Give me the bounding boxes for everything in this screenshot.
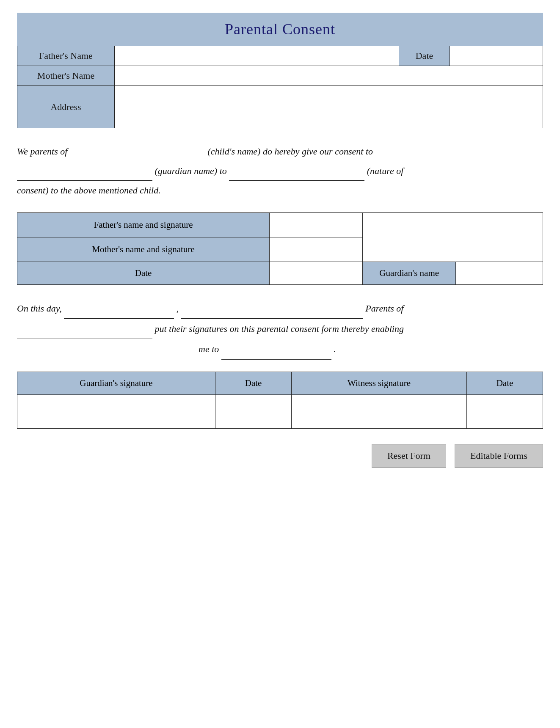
guardian-name-input[interactable] — [456, 262, 543, 284]
fathers-date-input[interactable] — [450, 46, 543, 66]
table-row: Address — [17, 86, 543, 128]
bottom-part4: put their signatures on this parental co… — [155, 323, 404, 334]
final-sig-table: Guardian's signature Date Witness signat… — [17, 372, 543, 429]
fathers-sig-input[interactable] — [270, 212, 363, 237]
buttons-row: Reset Form Editable Forms — [17, 444, 543, 468]
consent-blank-guardian[interactable] — [17, 171, 152, 181]
address-label: Address — [17, 86, 115, 128]
date-guardian-row: Date Guardian's name — [17, 262, 543, 284]
final-date-label-2: Date — [467, 372, 543, 394]
table-row: Mother's Name — [17, 66, 543, 86]
sig-date-input[interactable] — [270, 262, 363, 284]
consent-blank-nature[interactable] — [229, 171, 364, 181]
guardian-sig-input[interactable] — [17, 394, 215, 428]
table-row: Father's name and signature — [17, 212, 543, 237]
consent-part2: (child's name) do hereby give our consen… — [207, 146, 373, 157]
address-input[interactable] — [115, 86, 543, 128]
guardian-name-label: Guardian's name — [363, 262, 456, 284]
table-row: Father's Name Date — [17, 46, 543, 66]
bottom-blank-day[interactable] — [64, 309, 174, 319]
witness-sig-label: Witness signature — [292, 372, 467, 394]
mothers-sig-label: Mother's name and signature — [17, 237, 270, 262]
page-title: Parental Consent — [17, 13, 543, 46]
bottom-part2: , — [177, 303, 179, 314]
consent-text-block: We parents of (child's name) do hereby g… — [17, 142, 543, 201]
top-table: Father's Name Date Mother's Name Address — [17, 46, 543, 128]
consent-part4: (nature of — [367, 165, 404, 176]
date-label: Date — [399, 46, 450, 66]
bottom-part6: . — [334, 344, 336, 354]
guardian-sig-label: Guardian's signature — [17, 372, 215, 394]
fathers-name-label: Father's Name — [17, 46, 115, 66]
bottom-blank-child2[interactable] — [17, 330, 152, 339]
witness-sig-input[interactable] — [292, 394, 467, 428]
reset-button[interactable]: Reset Form — [372, 444, 446, 468]
sig-date-label: Date — [17, 262, 270, 284]
fathers-sig-label: Father's name and signature — [17, 212, 270, 237]
mothers-sig-input[interactable] — [270, 237, 363, 262]
consent-blank-child[interactable] — [70, 152, 205, 161]
bottom-part3: Parents of — [365, 303, 403, 314]
final-date-input-1[interactable] — [215, 394, 292, 428]
final-date-label-1: Date — [215, 372, 292, 394]
editable-forms-button[interactable]: Editable Forms — [455, 444, 543, 468]
consent-part5: consent) to the above mentioned child. — [17, 185, 161, 196]
bottom-part5: me to — [199, 344, 219, 354]
bottom-blank-action[interactable] — [221, 350, 331, 360]
consent-part3: (guardian name) to — [155, 165, 227, 176]
table-row: Guardian's signature Date Witness signat… — [17, 372, 543, 394]
page: Parental Consent Father's Name Date Moth… — [0, 0, 560, 728]
mothers-name-label: Mother's Name — [17, 66, 115, 86]
table-row — [17, 394, 543, 428]
signature-table: Father's name and signature Mother's nam… — [17, 212, 543, 285]
table-row: Mother's name and signature — [17, 237, 543, 262]
bottom-text-block: On this day, , Parents of put their sign… — [17, 298, 543, 360]
final-date-input-2[interactable] — [467, 394, 543, 428]
mothers-name-input[interactable] — [115, 66, 543, 86]
consent-part1: We parents of — [17, 146, 67, 157]
fathers-name-input[interactable] — [115, 46, 399, 66]
bottom-part1: On this day, — [17, 303, 62, 314]
bottom-blank-names[interactable] — [181, 309, 363, 319]
